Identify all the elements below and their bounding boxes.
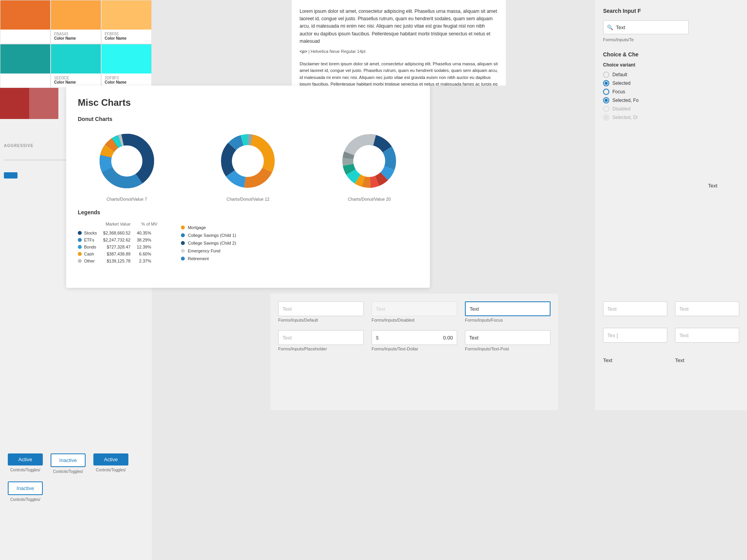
legend-dot-other: [78, 259, 82, 263]
radio-circle-selected[interactable]: [603, 80, 609, 86]
color-swatch-blank: [0, 119, 29, 138]
input-text-3[interactable]: Tex [: [603, 328, 667, 343]
typography-section: Lorem ipsum dolor sit amet, consectetur …: [292, 0, 506, 86]
active-button-1[interactable]: Active: [8, 453, 43, 466]
input-text-1[interactable]: Text: [603, 301, 667, 316]
input-dollar-label: Forms/Inputs/Text-Dollar: [372, 346, 457, 351]
bottom-inputs-section: Text Forms/Inputs/Default Text Forms/Inp…: [270, 294, 558, 410]
input-focus[interactable]: Text: [465, 301, 551, 316]
legends-section: Legends Market Value % of MV: [78, 209, 418, 264]
list-item: Retirement: [181, 256, 236, 261]
table-row: Bonds $727,328.47 12.39%: [78, 243, 158, 250]
list-item: Mortgage: [181, 225, 236, 230]
input-dollar[interactable]: $ 0.00: [372, 330, 457, 345]
right-inputs-grid: Text Text: [603, 301, 739, 316]
radio-disabled: Disabled: [603, 106, 739, 112]
input-focus-label: Forms/Inputs/Focus: [465, 318, 551, 322]
svg-point-29: [354, 145, 385, 177]
radio-fill-2: [605, 99, 608, 102]
table-row: ETFs $2,247,732.62 38.29%: [78, 236, 158, 243]
legend-dot-bonds: [78, 245, 82, 249]
list-item: College Savings (Child 2): [181, 241, 236, 245]
donut-label-1: Charts/Donut/Value 7: [107, 197, 147, 201]
list-item: College Savings (Child 1): [181, 233, 236, 238]
right-input-text-3: Tex [: [603, 328, 667, 344]
forms-inputs-label: Forms/Inputs/Te: [603, 37, 739, 42]
svg-point-16: [232, 145, 263, 177]
svg-point-8: [111, 145, 142, 177]
color-swatch-teal2: 1ED3CE Color Name: [51, 44, 101, 88]
input-group-text-post: Text Forms/Inputs/Text-Post: [465, 330, 551, 351]
table-row: Cash $387,438.89 6.60%: [78, 250, 158, 257]
inactive-button-1[interactable]: Inactive: [51, 453, 86, 467]
color-swatch-cyan: 2DF8F3 Color Name: [101, 44, 152, 88]
legend-table: Market Value % of MV Stocks: [78, 222, 158, 264]
control-group-3: Active Controls/Toggles/: [93, 453, 128, 474]
legend-dot-cash: [78, 252, 82, 256]
p1-label: <p> | Helvetica Neue Regular 14pt: [300, 48, 498, 55]
radio-default: Default: [603, 72, 739, 78]
donut-charts-title: Donut Charts: [78, 116, 418, 122]
search-input-title: Search Input F: [603, 8, 739, 14]
input-group-default: Text Forms/Inputs/Default: [278, 301, 364, 322]
input-text-post[interactable]: Text: [465, 330, 551, 345]
input-text-post-label: Forms/Inputs/Text-Post: [465, 346, 551, 351]
color-swatch-red2: [29, 88, 58, 119]
search-input-wrapper: 🔍: [603, 20, 689, 34]
radio-circle-focus[interactable]: [603, 89, 609, 95]
donut-svg-1: [96, 130, 158, 192]
input-group-disabled: Text Forms/Inputs/Disabled: [372, 301, 457, 322]
donut-charts-row: Charts/Donut/Value 7 Charts/Donut/Value …: [78, 130, 418, 201]
legend-data-table: Market Value % of MV Stocks: [78, 222, 158, 264]
input-group-placeholder: Text Forms/Inputs/Placeholder: [278, 330, 364, 351]
radio-selected: Selected: [603, 80, 739, 86]
input-placeholder[interactable]: Text: [278, 330, 364, 345]
right-input-text-4: Text: [675, 328, 739, 344]
input-disabled-label: Forms/Inputs/Disabled: [372, 318, 457, 322]
body-text-1: Lorem ipsum dolor sit amet, consectetur …: [300, 8, 498, 45]
choice-title: Choice & Che: [603, 51, 739, 58]
table-row: Other $139,125.78 2.37%: [78, 257, 158, 264]
list-item: Emergency Fund: [181, 248, 236, 253]
radio-circle-default[interactable]: [603, 72, 609, 78]
donut-svg-2: [217, 130, 279, 192]
color-swatch-red1: [0, 88, 29, 119]
color-swatch-orange2: FBA543 Color Name: [51, 0, 101, 44]
input-placeholder-label: Forms/Inputs/Placeholder: [278, 346, 364, 351]
input-default-label: Forms/Inputs/Default: [278, 318, 364, 322]
radio-fill: [605, 82, 608, 85]
right-panel: Search Input F 🔍 Forms/Inputs/Te Choice …: [595, 0, 747, 296]
legends-content: Market Value % of MV Stocks: [78, 222, 418, 264]
color-swatch-orange1: [0, 0, 51, 44]
misc-charts-panel: Misc Charts Donut Charts Charts/Donut/Va…: [66, 86, 430, 288]
right-input-text-2: Text: [675, 301, 739, 316]
legend-dot-etfs: [78, 238, 82, 242]
far-right-text-1: Text: [704, 177, 747, 194]
control-group-1: Active Controls/Toggles/: [8, 453, 43, 474]
active-button-2[interactable]: Active: [93, 453, 128, 466]
legend-list: Mortgage College Savings (Child 1) Colle…: [181, 222, 236, 264]
legends-title: Legends: [78, 209, 418, 215]
radio-circle-selected-disabled: [603, 114, 609, 121]
donut-chart-2: Charts/Donut/Value 12: [217, 130, 279, 201]
radio-options: Default Selected Focus Selected, Fo Disa…: [603, 72, 739, 121]
input-group-dollar: $ 0.00 Forms/Inputs/Text-Dollar: [372, 330, 457, 351]
right-text-label-2: Text: [675, 356, 739, 365]
color-swatch-teal1: [0, 44, 51, 88]
right-text-rows: Text Text: [603, 356, 739, 365]
inactive-button-2[interactable]: Inactive: [8, 481, 43, 495]
input-group-focus: Text Forms/Inputs/Focus: [465, 301, 551, 322]
radio-circle-selected-focus[interactable]: [603, 97, 609, 103]
input-text-2[interactable]: Text: [675, 301, 739, 316]
input-disabled: Text: [372, 301, 457, 316]
legend-dot-college1: [181, 233, 185, 237]
input-row-1: Text Forms/Inputs/Default Text Forms/Inp…: [278, 301, 551, 322]
radio-circle-disabled: [603, 106, 609, 112]
legend-dot-college2: [181, 241, 185, 245]
legend-dot-emergency: [181, 249, 185, 253]
color-swatch-yellow: FFBF65 Color Name: [101, 0, 152, 44]
input-default[interactable]: Text: [278, 301, 364, 316]
input-text-4[interactable]: Text: [675, 328, 739, 343]
search-input[interactable]: [603, 20, 689, 34]
right-input-text-1: Text: [603, 301, 667, 316]
